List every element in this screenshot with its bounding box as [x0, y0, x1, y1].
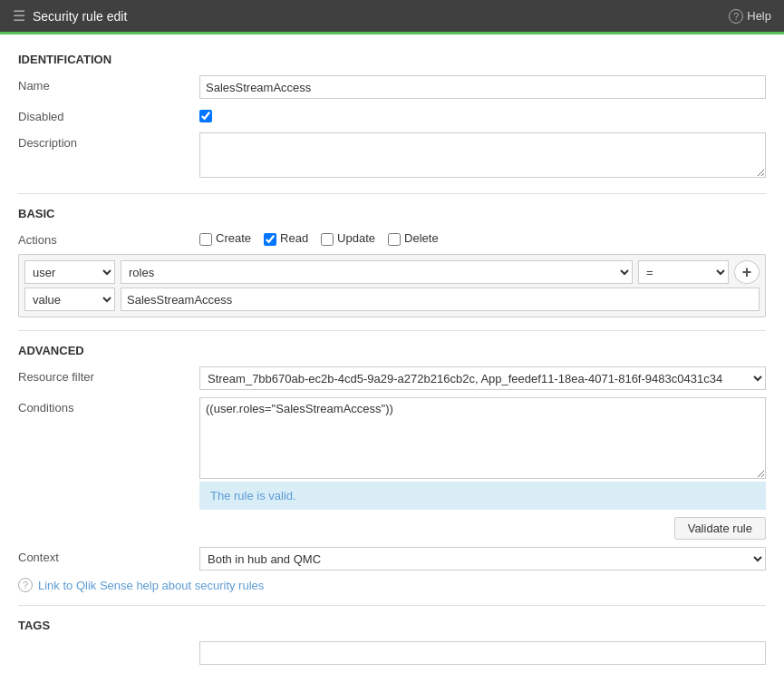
- help-label: Help: [747, 9, 771, 23]
- tags-row: [18, 641, 766, 665]
- create-checkbox[interactable]: [199, 233, 212, 246]
- name-input[interactable]: [199, 75, 766, 99]
- description-row: Description: [18, 132, 766, 180]
- name-label: Name: [18, 75, 199, 93]
- rule-col3-select[interactable]: = != like matches: [638, 260, 729, 284]
- edit-icon: ☰: [13, 7, 25, 24]
- conditions-label: Conditions: [18, 397, 199, 415]
- conditions-wrap: The rule is valid. Validate rule: [199, 397, 766, 540]
- context-row: Context Both in hub and QMC Hub QMC: [18, 547, 766, 571]
- identification-section-header: IDENTIFICATION: [18, 53, 766, 66]
- help-link-icon: ?: [18, 578, 33, 592]
- action-update: Update: [321, 229, 375, 246]
- actions-row-container: Actions Create Read Update Delete: [18, 229, 766, 247]
- header-title-group: ☰ Security rule edit: [13, 7, 127, 24]
- resource-filter-wrap: Stream_7bb670ab-ec2b-4cd5-9a29-a272b216c…: [199, 366, 766, 390]
- actions-label: Actions: [18, 229, 199, 247]
- tags-input-wrap: [199, 641, 766, 665]
- delete-label: Delete: [404, 231, 439, 245]
- resource-filter-label: Resource filter: [18, 366, 199, 384]
- delete-checkbox[interactable]: [388, 233, 401, 246]
- name-field-wrap: [199, 75, 766, 99]
- conditions-textarea[interactable]: [199, 397, 766, 479]
- action-read: Read: [264, 229, 308, 246]
- description-label: Description: [18, 132, 199, 150]
- help-link-text: Link to Qlik Sense help about security r…: [38, 579, 264, 592]
- basic-section-header: BASIC: [18, 207, 766, 220]
- description-field-wrap: [199, 132, 766, 180]
- tags-label-spacer: [18, 641, 199, 645]
- context-label: Context: [18, 547, 199, 564]
- rule-col1-select[interactable]: user resource environment: [24, 260, 115, 284]
- help-link-row[interactable]: ? Link to Qlik Sense help about security…: [18, 578, 766, 592]
- update-label: Update: [337, 231, 375, 245]
- conditions-row: Conditions The rule is valid. Validate r…: [18, 397, 766, 540]
- disabled-checkbox-wrap: [199, 106, 766, 125]
- rule-builder: user resource environment roles name ema…: [18, 254, 766, 317]
- name-row: Name: [18, 75, 766, 99]
- resource-filter-row: Resource filter Stream_7bb670ab-ec2b-4cd…: [18, 366, 766, 390]
- actions-checkboxes-wrap: Create Read Update Delete: [199, 229, 766, 246]
- read-checkbox[interactable]: [264, 233, 276, 246]
- help-button[interactable]: ? Help: [729, 9, 771, 24]
- rule-row2-col1-select[interactable]: value resource: [24, 288, 115, 311]
- divider-2: [18, 330, 766, 331]
- context-wrap: Both in hub and QMC Hub QMC: [199, 547, 766, 571]
- description-textarea[interactable]: [199, 132, 766, 178]
- main-content: IDENTIFICATION Name Disabled Description…: [0, 34, 784, 673]
- help-icon: ?: [729, 9, 743, 24]
- divider-3: [18, 605, 766, 606]
- tags-input[interactable]: [199, 641, 766, 665]
- disabled-label: Disabled: [18, 106, 199, 123]
- rule-row2-value-input[interactable]: [121, 288, 760, 311]
- rule-col2-select[interactable]: roles name email userDirectory: [121, 260, 633, 284]
- create-label: Create: [216, 231, 251, 245]
- update-checkbox[interactable]: [321, 233, 334, 246]
- add-rule-button[interactable]: +: [734, 260, 760, 284]
- validate-rule-button[interactable]: Validate rule: [674, 517, 766, 540]
- context-select[interactable]: Both in hub and QMC Hub QMC: [199, 547, 766, 571]
- rule-row-1: user resource environment roles name ema…: [24, 260, 760, 284]
- resource-filter-select[interactable]: Stream_7bb670ab-ec2b-4cd5-9a29-a272b216c…: [199, 366, 766, 390]
- advanced-section-header: ADVANCED: [18, 344, 766, 357]
- disabled-row: Disabled: [18, 106, 766, 125]
- read-label: Read: [280, 231, 308, 245]
- valid-message: The rule is valid.: [199, 482, 766, 510]
- tags-section-header: TAGS: [18, 619, 766, 632]
- action-delete: Delete: [388, 229, 439, 246]
- divider-1: [18, 193, 766, 194]
- page-title: Security rule edit: [33, 9, 127, 24]
- page-header: ☰ Security rule edit ? Help: [0, 0, 784, 34]
- actions-checkboxes: Create Read Update Delete: [199, 229, 766, 246]
- action-create: Create: [199, 229, 251, 246]
- disabled-checkbox[interactable]: [199, 110, 212, 122]
- rule-row-2: value resource: [24, 288, 760, 311]
